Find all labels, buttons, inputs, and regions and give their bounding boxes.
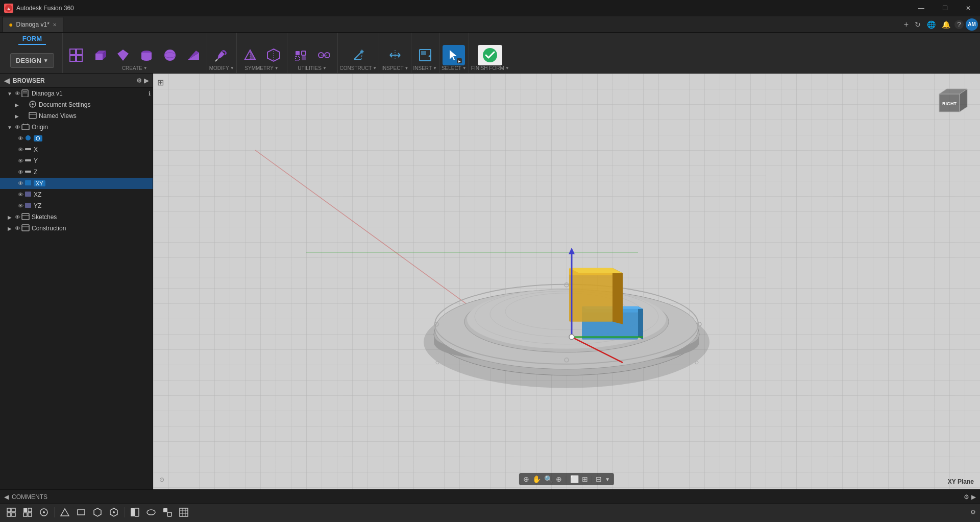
help-button[interactable]: ?	[954, 20, 964, 29]
maximize-button[interactable]: ☐	[933, 0, 957, 16]
tree-item-origin[interactable]: ▼ 👁 Origin	[0, 122, 153, 133]
tree-label-y: Y	[34, 157, 151, 164]
tree-item-o[interactable]: 👁 O	[0, 133, 153, 144]
vt-pan-icon[interactable]: ✋	[532, 475, 541, 483]
tree-item-xy[interactable]: 👁 XY	[0, 178, 153, 189]
user-avatar[interactable]: AM	[966, 18, 978, 31]
symmetry-label[interactable]: SYMMETRY ▼	[244, 65, 278, 71]
tree-eye-yz[interactable]: 👁	[16, 203, 24, 209]
form-mode-tab[interactable]: FORM	[18, 33, 46, 45]
tree-item-sketches[interactable]: ▶ 👁 Sketches	[0, 211, 153, 223]
tree-eye-o[interactable]: 👁	[16, 135, 24, 141]
bottom-move-tool[interactable]	[37, 506, 51, 518]
utilities-label[interactable]: UTILITIES ▼	[298, 65, 327, 71]
vt-display2-icon[interactable]: ⊞	[582, 475, 588, 483]
finish-form-button[interactable]	[478, 45, 502, 65]
bottom-select2-tool[interactable]	[20, 506, 35, 518]
tree-eye-z[interactable]: 👁	[16, 169, 24, 175]
tab-close-button[interactable]: ✕	[53, 22, 57, 28]
viewport-bottom-left-icon[interactable]: ⊙	[159, 476, 164, 483]
bottom-grid-tool[interactable]	[177, 506, 191, 518]
browser-collapse-button[interactable]: ◀	[4, 77, 10, 85]
tree-eye-y[interactable]: 👁	[16, 158, 24, 164]
insert-label[interactable]: INSERT ▼	[413, 65, 437, 71]
tree-arrow-doc-settings[interactable]: ▶	[13, 102, 20, 108]
tree-eye-xy[interactable]: 👁	[16, 180, 24, 186]
bottom-settings-button[interactable]: ⚙	[970, 509, 976, 516]
tree-info-root[interactable]: ℹ	[149, 90, 151, 97]
tree-arrow-sketches[interactable]: ▶	[6, 215, 13, 220]
document-tab[interactable]: ● Dianoga v1* ✕	[2, 17, 63, 32]
bottom-triangle-tool[interactable]	[58, 506, 72, 518]
viewport[interactable]: RIGHT XY Plane ⊞ ⊙ ⊕ ✋ 🔍 ⊕ | ⬜ ⊞ | ⊟ ▼	[153, 74, 980, 489]
diamond-tool-button[interactable]	[112, 45, 134, 65]
utilities-tool2-button[interactable]	[313, 45, 335, 65]
bottom-ellipse-tool[interactable]	[144, 506, 158, 518]
inspect-label[interactable]: INSPECT ▼	[381, 65, 408, 71]
select-label[interactable]: SELECT ▼	[442, 65, 467, 71]
bottom-corner-tool[interactable]	[160, 506, 175, 518]
comments-collapse-button[interactable]: ◀	[4, 493, 9, 501]
bottom-half-tool[interactable]	[128, 506, 142, 518]
tree-arrow-root[interactable]: ▼	[6, 91, 13, 97]
viewcube[interactable]: RIGHT	[929, 84, 970, 125]
tree-item-x[interactable]: 👁 X	[0, 144, 153, 155]
box-tool-button[interactable]	[88, 45, 111, 65]
tree-eye-construction[interactable]: 👁	[13, 225, 21, 231]
tree-item-construction[interactable]: ▶ 👁 Construction	[0, 223, 153, 234]
browser-expand-icon[interactable]: ▶	[144, 77, 149, 84]
select-tool-button[interactable]: ▶	[443, 45, 465, 65]
tree-arrow-origin[interactable]: ▼	[6, 125, 13, 130]
utilities-tool1-button[interactable]	[289, 45, 312, 65]
modify-label[interactable]: MODIFY ▼	[209, 65, 234, 71]
browser-settings-icon[interactable]: ⚙	[136, 77, 142, 84]
tree-eye-x[interactable]: 👁	[16, 147, 24, 153]
vt-display-icon[interactable]: ⬜	[570, 475, 579, 483]
create-sub-button[interactable]: +	[65, 45, 87, 65]
refresh-button[interactable]: ↻	[913, 18, 923, 31]
tree-eye-sketches[interactable]: 👁	[13, 214, 21, 220]
bottom-select-tool[interactable]	[4, 506, 18, 518]
inspect-tool-button[interactable]	[384, 45, 406, 65]
symmetry-tool1-button[interactable]	[239, 45, 261, 65]
tree-arrow-construction[interactable]: ▶	[6, 226, 13, 231]
construct-label[interactable]: CONSTRUCT ▼	[340, 65, 377, 71]
comments-expand-icon[interactable]: ▶	[971, 493, 976, 501]
vt-grid-dropdown[interactable]: ▼	[605, 477, 610, 482]
comments-settings-icon[interactable]: ⚙	[964, 493, 969, 501]
vt-grid-icon[interactable]: ⊟	[596, 475, 602, 483]
add-tab-button[interactable]: +	[902, 18, 911, 31]
wedge-tool-button[interactable]	[182, 45, 205, 65]
bottom-hex-tool[interactable]	[90, 506, 105, 518]
tree-item-root[interactable]: ▼ 👁 Dianoga v1 ℹ	[0, 88, 153, 99]
tree-item-doc-settings[interactable]: ▶ Document Settings	[0, 99, 153, 110]
finish-form-label[interactable]: FINISH FORM ▼	[471, 65, 509, 71]
sphere-tool-button[interactable]	[159, 45, 181, 65]
vt-zoom2-icon[interactable]: ⊕	[556, 475, 562, 483]
tree-icon-xz	[24, 191, 32, 199]
design-mode-button[interactable]: DESIGN ▼	[10, 53, 54, 68]
tree-eye-root[interactable]: 👁	[13, 90, 21, 97]
tree-item-yz[interactable]: 👁 YZ	[0, 200, 153, 211]
tree-eye-xz[interactable]: 👁	[16, 192, 24, 198]
construct-tool-button[interactable]	[347, 45, 370, 65]
insert-tool-button[interactable]	[414, 45, 436, 65]
vt-zoom-icon[interactable]: 🔍	[544, 475, 553, 483]
tree-item-z[interactable]: 👁 Z	[0, 167, 153, 178]
create-label[interactable]: CREATE ▼	[122, 65, 148, 71]
tree-item-y[interactable]: 👁 Y	[0, 155, 153, 167]
tree-item-named-views[interactable]: ▶ Named Views	[0, 110, 153, 122]
vt-orbit-icon[interactable]: ⊕	[523, 475, 529, 483]
symmetry-tool2-button[interactable]	[262, 45, 285, 65]
bottom-hex2-tool[interactable]	[107, 506, 121, 518]
minimize-button[interactable]: —	[910, 0, 933, 16]
tree-eye-origin[interactable]: 👁	[13, 124, 21, 130]
cylinder-tool-button[interactable]	[135, 45, 158, 65]
tree-arrow-named-views[interactable]: ▶	[13, 113, 20, 119]
viewport-expand-icon[interactable]: ⊞	[157, 78, 164, 87]
tree-item-xz[interactable]: 👁 XZ	[0, 189, 153, 200]
bottom-rect-tool[interactable]	[74, 506, 88, 518]
modify-tool-button[interactable]	[210, 45, 233, 65]
close-button[interactable]: ✕	[957, 0, 980, 16]
notification-bell-icon[interactable]: 🔔	[940, 18, 952, 31]
